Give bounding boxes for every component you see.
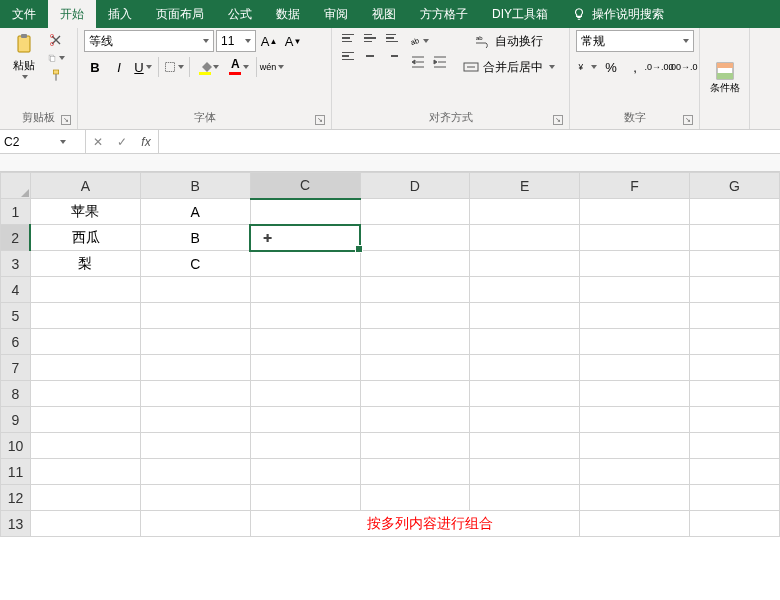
cell[interactable]: [360, 485, 470, 511]
font-size-combo[interactable]: 11: [216, 30, 256, 52]
cell[interactable]: [360, 251, 470, 277]
cell[interactable]: [470, 433, 580, 459]
column-header[interactable]: A: [30, 173, 140, 199]
name-box[interactable]: [0, 130, 86, 153]
cell[interactable]: [140, 329, 250, 355]
cell[interactable]: [360, 407, 470, 433]
tab-fangfang[interactable]: 方方格子: [408, 0, 480, 28]
row-header[interactable]: 8: [1, 381, 31, 407]
column-header[interactable]: D: [360, 173, 470, 199]
cell[interactable]: [250, 459, 360, 485]
cell[interactable]: [690, 225, 780, 251]
decrease-font-button[interactable]: A▼: [282, 30, 304, 52]
cell[interactable]: 按多列内容进行组合: [250, 511, 580, 537]
cell[interactable]: [30, 407, 140, 433]
cell[interactable]: [470, 407, 580, 433]
tab-view[interactable]: 视图: [360, 0, 408, 28]
row-header[interactable]: 2: [1, 225, 31, 251]
cell[interactable]: [690, 355, 780, 381]
comma-button[interactable]: ,: [624, 56, 646, 78]
phonetic-button[interactable]: wén: [261, 56, 283, 78]
cell[interactable]: [580, 485, 690, 511]
cancel-fx-button[interactable]: ✕: [86, 131, 110, 153]
column-header[interactable]: G: [690, 173, 780, 199]
cell[interactable]: [360, 225, 470, 251]
increase-font-button[interactable]: A▲: [258, 30, 280, 52]
row-header[interactable]: 5: [1, 303, 31, 329]
font-color-button[interactable]: A: [224, 56, 252, 78]
cell[interactable]: [250, 199, 360, 225]
cell[interactable]: [470, 277, 580, 303]
paste-button[interactable]: 粘贴: [6, 30, 42, 80]
cell[interactable]: [250, 407, 360, 433]
cell[interactable]: [140, 407, 250, 433]
fill-color-button[interactable]: [194, 56, 222, 78]
worksheet-grid[interactable]: ABCDEFG1苹果A2西瓜B✚3梨C45678910111213按多列内容进行…: [0, 172, 780, 598]
cell[interactable]: [140, 303, 250, 329]
cell[interactable]: [140, 277, 250, 303]
cell[interactable]: [360, 381, 470, 407]
row-header[interactable]: 6: [1, 329, 31, 355]
tab-page-layout[interactable]: 页面布局: [144, 0, 216, 28]
wrap-text-button[interactable]: ab自动换行: [456, 30, 562, 52]
cell[interactable]: [360, 329, 470, 355]
cell[interactable]: [470, 199, 580, 225]
cell[interactable]: [690, 303, 780, 329]
cell[interactable]: [580, 433, 690, 459]
tab-data[interactable]: 数据: [264, 0, 312, 28]
row-header[interactable]: 12: [1, 485, 31, 511]
row-header[interactable]: 10: [1, 433, 31, 459]
cell[interactable]: [690, 251, 780, 277]
cell[interactable]: [690, 199, 780, 225]
row-header[interactable]: 13: [1, 511, 31, 537]
merge-center-button[interactable]: 合并后居中: [456, 56, 562, 78]
border-button[interactable]: [163, 56, 185, 78]
italic-button[interactable]: I: [108, 56, 130, 78]
cell[interactable]: [140, 485, 250, 511]
cell[interactable]: [580, 511, 690, 537]
decrease-decimal-button[interactable]: .00→.0: [672, 56, 694, 78]
cell[interactable]: [470, 459, 580, 485]
cell[interactable]: [470, 225, 580, 251]
cell[interactable]: [30, 511, 140, 537]
format-painter-button[interactable]: [46, 68, 66, 84]
cell[interactable]: [30, 485, 140, 511]
cell[interactable]: [30, 303, 140, 329]
tab-file[interactable]: 文件: [0, 0, 48, 28]
cell[interactable]: 苹果: [30, 199, 140, 225]
cell[interactable]: [250, 277, 360, 303]
tab-home[interactable]: 开始: [48, 0, 96, 28]
font-launcher[interactable]: ↘: [315, 115, 325, 125]
cell[interactable]: [690, 459, 780, 485]
row-header[interactable]: 9: [1, 407, 31, 433]
cell[interactable]: [250, 381, 360, 407]
insert-function-button[interactable]: fx: [134, 131, 158, 153]
cell[interactable]: [580, 277, 690, 303]
cell[interactable]: [690, 407, 780, 433]
cell[interactable]: [470, 329, 580, 355]
cell[interactable]: [360, 303, 470, 329]
cell[interactable]: 梨: [30, 251, 140, 277]
cell[interactable]: [470, 251, 580, 277]
row-header[interactable]: 3: [1, 251, 31, 277]
cell[interactable]: [140, 511, 250, 537]
underline-button[interactable]: U: [132, 56, 154, 78]
cell[interactable]: [580, 303, 690, 329]
align-launcher[interactable]: ↘: [553, 115, 563, 125]
cell[interactable]: [250, 485, 360, 511]
cell[interactable]: [580, 251, 690, 277]
cell[interactable]: [30, 459, 140, 485]
cell[interactable]: [470, 381, 580, 407]
align-left-button[interactable]: [338, 48, 358, 64]
cell[interactable]: B: [140, 225, 250, 251]
font-name-combo[interactable]: 等线: [84, 30, 214, 52]
cell[interactable]: [250, 303, 360, 329]
increase-decimal-button[interactable]: .0→.00: [648, 56, 670, 78]
cell[interactable]: [140, 355, 250, 381]
cell[interactable]: [470, 355, 580, 381]
cell[interactable]: [250, 329, 360, 355]
cell[interactable]: [690, 511, 780, 537]
cell[interactable]: [30, 329, 140, 355]
cell[interactable]: 西瓜: [30, 225, 140, 251]
cell[interactable]: [360, 459, 470, 485]
